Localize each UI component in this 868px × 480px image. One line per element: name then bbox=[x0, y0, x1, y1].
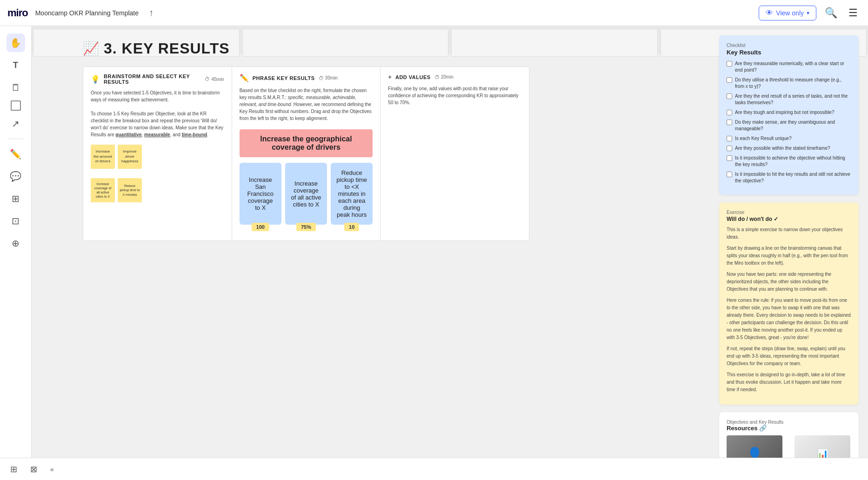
kr-cards: Increase San Francisco coverage to X 100… bbox=[240, 163, 373, 225]
checklist-items: Are they measurable numerically, with a … bbox=[727, 60, 851, 184]
col-brainstorm-time: ⏱ 45min bbox=[205, 76, 224, 82]
clock-icon-brainstorm: ⏱ bbox=[205, 76, 210, 82]
checkbox-1[interactable] bbox=[727, 61, 732, 67]
checklist-text-3: Are they the end result of a series of t… bbox=[735, 93, 851, 106]
checklist-item-7: Are they possible within the stated time… bbox=[727, 145, 851, 152]
checkbox-3[interactable] bbox=[727, 93, 732, 99]
col-phrase-time: ⏱ 30min bbox=[319, 75, 338, 81]
column-add-values: + ADD VALUES ⏱ 20min Finally, one by one… bbox=[381, 67, 529, 240]
exercise-para-4: Here comes the rule: if you want to move… bbox=[727, 297, 851, 341]
exercise-text: This is a simple exercise to narrow down… bbox=[727, 226, 851, 393]
checklist-item-6: Is each Key Result unique? bbox=[727, 135, 851, 142]
checklist-text-5: Do they make sense, are they unambiguous… bbox=[735, 119, 851, 132]
search-button[interactable]: 🔍 bbox=[822, 4, 840, 22]
checklist-item-1: Are they measurable numerically, with a … bbox=[727, 60, 851, 73]
col-brainstorm-desc: Once you have selected 1-5 Objectives, i… bbox=[91, 89, 224, 138]
chevron-down-icon: ▾ bbox=[807, 10, 809, 16]
kr-card-1-text: Increase San Francisco coverage to X bbox=[245, 176, 276, 211]
exercise-para-5: If not, repeat the steps (draw line, swa… bbox=[727, 345, 851, 367]
exercise-para-2: Start by drawing a line on the brainstor… bbox=[727, 245, 851, 267]
resources-panel-title: Resources 🔗 bbox=[727, 425, 851, 432]
checklist-text-6: Is each Key Result unique? bbox=[735, 135, 792, 142]
checklist-text-4: Are they tough and inspiring but not imp… bbox=[735, 109, 834, 116]
checkbox-6[interactable] bbox=[727, 136, 732, 141]
sticky-note-1[interactable]: Increase the amount of drivers bbox=[91, 145, 115, 169]
sidebar-tool-comment[interactable]: 💬 bbox=[7, 167, 25, 186]
resource-item-1[interactable]: 👤 www.whatmatters.com OKRs 101 Your step… bbox=[727, 435, 789, 458]
checklist-text-2: Do they utilise a threshold to measure c… bbox=[735, 77, 851, 90]
kr-card-3-text: Reduce pickup time to <X minutes in each… bbox=[336, 169, 367, 218]
clock-icon-add-values: ⏱ bbox=[434, 74, 440, 80]
sticky-note-2[interactable]: Improve driver happiness bbox=[118, 145, 142, 169]
resource-item-2[interactable]: 📊 Why Key Results Need to Be Results A s… bbox=[795, 435, 851, 458]
sidebar-tool-shape[interactable] bbox=[11, 100, 21, 111]
view-only-button[interactable]: 👁 View only ▾ bbox=[759, 6, 816, 20]
section-title: 3. KEY RESULTS bbox=[104, 40, 230, 57]
sidebar-divider bbox=[8, 139, 23, 139]
checklist-item-5: Do they make sense, are they unambiguous… bbox=[727, 119, 851, 132]
doc-title[interactable]: Mooncamp OKR Planning Template bbox=[35, 9, 139, 17]
checkbox-2[interactable] bbox=[727, 77, 732, 83]
stickies-area: Increase the amount of drivers Improve d… bbox=[91, 145, 224, 202]
phrase-icon: ✏️ bbox=[240, 73, 249, 82]
col-add-values-header: + ADD VALUES ⏱ 20min bbox=[388, 73, 521, 80]
column-phrase: ✏️ PHRASE KEY RESULTS ⏱ 30min Based on t… bbox=[232, 67, 381, 240]
sidebar-tool-frame[interactable]: ⊡ bbox=[7, 212, 25, 230]
sidebar-tool-hand[interactable]: ✋ bbox=[7, 33, 25, 52]
app-logo: miro bbox=[7, 7, 28, 19]
share-button[interactable]: ↑ bbox=[146, 5, 156, 21]
sidebar-tool-sticky[interactable]: 🗒 bbox=[7, 78, 25, 97]
checklist-text-1: Are they measurable numerically, with a … bbox=[735, 60, 851, 73]
resource-img-1: 👤 bbox=[727, 435, 782, 458]
kr-badge-1: 100 bbox=[252, 223, 269, 231]
collapse-button[interactable]: « bbox=[47, 463, 57, 476]
resource-thumb-1: 👤 bbox=[727, 435, 782, 458]
sidebar-tool-table[interactable]: ⊞ bbox=[7, 189, 25, 208]
bottombar: ⊞ ⊠ « bbox=[0, 458, 868, 480]
exercise-para-1: This is a simple exercise to narrow down… bbox=[727, 226, 851, 241]
checklist-panel-label: Checklist bbox=[727, 43, 851, 48]
checklist-panel-title: Key Results bbox=[727, 49, 851, 56]
present-button[interactable]: ⊞ bbox=[7, 461, 20, 477]
checklist-text-8: Is it impossible to achieve the objectiv… bbox=[735, 155, 851, 168]
objective-banner: Increase the geographical coverage of dr… bbox=[240, 129, 373, 157]
column-brainstorm: 💡 BRAINSTORM AND SELECT KEY RESULTS ⏱ 45… bbox=[83, 67, 232, 240]
checkbox-9[interactable] bbox=[727, 172, 732, 177]
kr-card-1[interactable]: Increase San Francisco coverage to X 100 bbox=[240, 163, 281, 225]
section-icon: 📈 bbox=[83, 41, 99, 56]
checkbox-7[interactable] bbox=[727, 146, 732, 151]
col-add-values-time: ⏱ 20min bbox=[434, 74, 454, 80]
sidebar-tool-upload[interactable]: ⊕ bbox=[7, 234, 25, 253]
checklist-text-9: Is it impossible to hit the key results … bbox=[735, 171, 851, 184]
grid-button[interactable]: ⊠ bbox=[27, 461, 40, 477]
checklist-item-3: Are they the end result of a series of t… bbox=[727, 93, 851, 106]
checkbox-5[interactable] bbox=[727, 120, 732, 125]
menu-button[interactable]: ☰ bbox=[846, 4, 861, 22]
sticky-note-4[interactable]: Reduce pickup time to X minutes bbox=[118, 178, 142, 202]
canvas[interactable]: 📈 3. KEY RESULTS 💡 BRAINSTORM AND SELECT… bbox=[32, 26, 868, 458]
eye-icon: 👁 bbox=[766, 9, 773, 17]
checklist-item-9: Is it impossible to hit the key results … bbox=[727, 171, 851, 184]
resources-panel-label: Objectives and Key Results bbox=[727, 420, 851, 425]
sidebar: ✋ T 🗒 ↗ ✏️ 💬 ⊞ ⊡ ⊕ ··· bbox=[0, 26, 32, 480]
columns-container: 💡 BRAINSTORM AND SELECT KEY RESULTS ⏱ 45… bbox=[83, 67, 529, 241]
sidebar-tool-arrow[interactable]: ↗ bbox=[7, 114, 25, 133]
exercise-para-6: This exercise is designed to go in-depth… bbox=[727, 371, 851, 393]
exercise-panel-title: Will do / won't do ✓ bbox=[727, 216, 851, 222]
topbar-right: 👁 View only ▾ 🔍 ☰ bbox=[759, 4, 861, 22]
kr-card-3[interactable]: Reduce pickup time to <X minutes in each… bbox=[331, 163, 373, 225]
exercise-panel-label: Exercise bbox=[727, 210, 851, 215]
resources-grid: 👤 www.whatmatters.com OKRs 101 Your step… bbox=[727, 435, 851, 458]
kr-badge-3: 10 bbox=[344, 223, 359, 231]
checkbox-4[interactable] bbox=[727, 110, 732, 115]
kr-card-2[interactable]: Increase coverage of all active cities t… bbox=[285, 163, 327, 225]
checklist-item-4: Are they tough and inspiring but not imp… bbox=[727, 109, 851, 116]
sticky-note-3[interactable]: Increase coverage of all active cities t… bbox=[91, 178, 115, 202]
checkbox-8[interactable] bbox=[727, 155, 732, 161]
resource-thumb-2: 📊 bbox=[795, 435, 850, 458]
checklist-panel: Checklist Key Results Are they measurabl… bbox=[719, 35, 859, 195]
sidebar-tool-pen[interactable]: ✏️ bbox=[7, 145, 25, 163]
col-brainstorm-title: BRAINSTORM AND SELECT KEY RESULTS bbox=[104, 73, 201, 85]
view-only-label: View only bbox=[776, 9, 804, 17]
sidebar-tool-text[interactable]: T bbox=[7, 56, 25, 74]
